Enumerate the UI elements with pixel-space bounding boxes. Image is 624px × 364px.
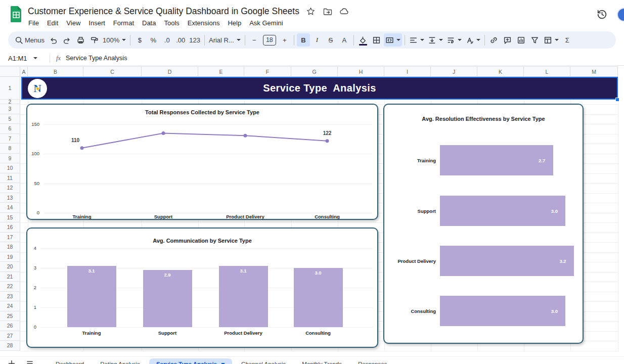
row-header-14[interactable]: 14 <box>0 203 20 213</box>
sheet-tab-responses[interactable]: Responses <box>351 358 394 364</box>
column-header-M[interactable]: M <box>570 66 618 77</box>
strikethrough-button[interactable]: S <box>324 33 337 47</box>
name-box[interactable]: A1:M1 <box>0 55 47 62</box>
spreadsheet-canvas[interactable]: N Service Type Analysis Total Responses … <box>0 77 624 356</box>
row-header-7[interactable]: 7 <box>0 134 20 144</box>
chart-avg-communication[interactable]: Avg. Communication by Service Type 43210… <box>26 228 378 348</box>
star-icon[interactable] <box>306 7 316 17</box>
chart-total-responses[interactable]: Total Responses Collected by Service Typ… <box>26 104 378 220</box>
format-currency-button[interactable]: $ <box>133 33 146 47</box>
menu-file[interactable]: File <box>24 18 43 28</box>
increase-decimal-button[interactable]: .00 <box>174 33 187 47</box>
create-filter-button[interactable] <box>528 33 542 47</box>
row-header-9[interactable]: 9 <box>0 154 20 164</box>
add-sheet-icon[interactable] <box>5 358 18 364</box>
menu-tools[interactable]: Tools <box>160 18 183 28</box>
font-family-button[interactable]: Arial R... <box>207 33 242 47</box>
redo-button[interactable] <box>60 33 73 47</box>
column-header-B[interactable]: B <box>28 66 83 77</box>
column-header-D[interactable]: D <box>142 66 198 77</box>
insert-link-button[interactable] <box>487 33 501 47</box>
table-views-button[interactable] <box>542 33 560 47</box>
text-wrap-button[interactable] <box>445 33 463 47</box>
row-header-1[interactable]: 1 <box>0 77 20 100</box>
row-header-11[interactable]: 11 <box>0 173 20 184</box>
chart-avg-resolution-effectiveness[interactable]: Avg. Resolution Effectiveness by Service… <box>383 104 584 344</box>
document-title[interactable]: Customer Experience & Service Quality Da… <box>28 6 299 17</box>
row-header-3[interactable]: 3 <box>0 104 20 114</box>
column-header-A[interactable]: A <box>20 66 28 77</box>
sheet-tab-rating-analysis[interactable]: Rating Analysis <box>93 358 147 364</box>
column-header-C[interactable]: C <box>83 66 142 77</box>
bold-button[interactable]: B <box>297 33 310 47</box>
borders-button[interactable] <box>370 33 383 47</box>
row-header-17[interactable]: 17 <box>0 233 20 243</box>
row-header-24[interactable]: 24 <box>0 301 20 311</box>
sheet-tab-monthly-trends[interactable]: Monthly Trends <box>295 358 349 364</box>
menu-help[interactable]: Help <box>224 18 245 28</box>
zoom-button[interactable]: 100% <box>101 33 127 47</box>
sheet-tab-dashboard[interactable]: Dashboard <box>49 358 91 364</box>
decrease-decimal-button[interactable]: .0 <box>160 33 173 47</box>
column-header-H[interactable]: H <box>338 66 384 77</box>
column-header-L[interactable]: L <box>524 66 570 77</box>
row-header-28[interactable]: 28 <box>0 341 20 351</box>
column-header-F[interactable]: F <box>244 66 291 77</box>
row-header-8[interactable]: 8 <box>0 144 20 154</box>
row-header-27[interactable]: 27 <box>0 331 20 341</box>
vertical-align-button[interactable] <box>426 33 444 47</box>
row-header-21[interactable]: 21 <box>0 272 20 282</box>
text-rotation-button[interactable] <box>464 33 482 47</box>
print-button[interactable] <box>74 33 87 47</box>
row-header-22[interactable]: 22 <box>0 282 20 292</box>
row-header-6[interactable]: 6 <box>0 124 20 134</box>
all-sheets-icon[interactable] <box>23 358 36 364</box>
menu-ask-gemini[interactable]: Ask Gemini <box>245 18 287 28</box>
column-header-I[interactable]: I <box>384 66 431 77</box>
menu-extensions[interactable]: Extensions <box>184 18 224 28</box>
text-color-button[interactable]: A <box>338 33 351 47</box>
horizontal-align-button[interactable] <box>408 33 426 47</box>
row-header-10[interactable]: 10 <box>0 163 20 173</box>
column-header-G[interactable]: G <box>291 66 338 77</box>
select-all-corner[interactable] <box>0 66 20 77</box>
row-header-15[interactable]: 15 <box>0 213 20 223</box>
undo-button[interactable] <box>47 33 60 47</box>
row-header-18[interactable]: 18 <box>0 242 20 252</box>
row-header-23[interactable]: 23 <box>0 292 20 302</box>
font-size-button[interactable]: 18 <box>261 33 278 47</box>
insert-comment-button[interactable] <box>501 33 514 47</box>
user-avatar[interactable] <box>617 8 624 22</box>
format-percent-button[interactable]: % <box>147 33 160 47</box>
increase-font-size-button[interactable]: + <box>278 33 291 47</box>
formula-input[interactable]: Service Type Analysis <box>66 55 127 62</box>
move-to-folder-icon[interactable] <box>323 7 333 17</box>
banner-cell[interactable]: N Service Type Analysis <box>21 77 618 100</box>
menu-edit[interactable]: Edit <box>43 18 62 28</box>
row-header-5[interactable]: 5 <box>0 114 20 124</box>
italic-button[interactable]: I <box>310 33 324 47</box>
row-header-25[interactable]: 25 <box>0 311 20 322</box>
functions-button[interactable]: Σ <box>561 33 574 47</box>
menu-insert[interactable]: Insert <box>84 18 109 28</box>
selection-handle[interactable] <box>615 98 619 102</box>
column-header-J[interactable]: J <box>431 66 477 77</box>
paint-format-button[interactable] <box>87 33 101 47</box>
sheets-logo-icon[interactable] <box>10 6 23 23</box>
row-header-20[interactable]: 20 <box>0 262 20 272</box>
row-header-19[interactable]: 19 <box>0 252 20 262</box>
menu-data[interactable]: Data <box>138 18 160 28</box>
sheet-tab-channel-analysis[interactable]: Channel Analysis <box>234 358 293 364</box>
column-header-E[interactable]: E <box>198 66 244 77</box>
fill-color-button[interactable] <box>356 33 370 47</box>
decrease-font-size-button[interactable]: − <box>248 33 261 47</box>
sheet-tab-service-type-analysis[interactable]: Service Type Analysis <box>149 358 232 364</box>
format-number-button[interactable]: 123 <box>188 33 202 47</box>
menu-format[interactable]: Format <box>109 18 138 28</box>
row-header-12[interactable]: 12 <box>0 183 20 193</box>
column-header-K[interactable]: K <box>477 66 524 77</box>
insert-chart-button[interactable] <box>515 33 528 47</box>
menus-search-button[interactable]: Menus <box>13 33 46 47</box>
row-header-16[interactable]: 16 <box>0 222 20 233</box>
merge-cells-button[interactable] <box>384 33 402 47</box>
